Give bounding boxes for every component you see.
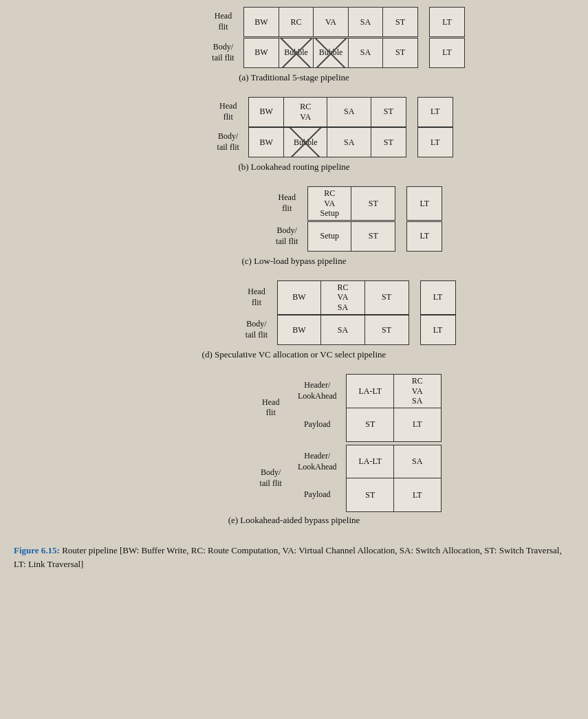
- e-body-sublabel1: Header/LookAhead: [291, 445, 346, 479]
- diagram-b: Headflit BW RCVA SA ST LT Body/tail flit…: [14, 97, 574, 175]
- cell-a-body-sa: SA: [348, 38, 384, 68]
- cell-b-body-sa: SA: [327, 127, 371, 157]
- cell-b-body-lt: LT: [417, 127, 453, 157]
- cell-e-body-sa: SA: [393, 445, 442, 479]
- body-label-b: Body/tail flit: [210, 131, 248, 153]
- cell-b-body-st: ST: [371, 127, 406, 157]
- caption-b: (b) Lookahead routing pipeline: [238, 162, 349, 173]
- cell-d-bw: BW: [277, 280, 322, 315]
- cell-e-rcvasa: RCVASA: [393, 374, 442, 408]
- cell-b-st: ST: [371, 97, 406, 127]
- diagram-a-body-row: Body/tail flit BW Bubble Bubble SA ST LT: [206, 38, 465, 68]
- head-label-c: Headflit: [270, 192, 307, 214]
- cell-a-body-lt: LT: [429, 38, 465, 68]
- head-label-b: Headflit: [210, 101, 248, 122]
- cell-d-lt: LT: [420, 280, 456, 315]
- body-label-a: Body/tail flit: [206, 42, 243, 63]
- cell-d-body-bw: BW: [277, 315, 322, 345]
- caption-c: (c) Low-load bypass pipeline: [242, 256, 347, 267]
- diagram-d: Headflit BW RCVASA ST LT Body/tail flit …: [14, 280, 574, 362]
- cell-d-body-lt: LT: [420, 315, 456, 345]
- cell-c-body-lt: LT: [406, 221, 442, 252]
- caption-e: (e) Lookahead-aided bypass pipeline: [228, 515, 360, 526]
- e-body-sublabel2: Payload: [291, 478, 346, 512]
- cell-a-body-bw: BW: [243, 38, 279, 68]
- figure-text: Router pipeline [BW: Buffer Write, RC: R…: [14, 545, 562, 569]
- diagram-a-head-row: Headflit BW RC VA SA ST LT: [206, 7, 465, 37]
- cell-c-body-st: ST: [351, 221, 395, 252]
- diagram-e: Headflit Header/LookAhead LA-LT RCVASA P…: [14, 374, 574, 527]
- cell-c-setup: Setup: [307, 221, 352, 252]
- cell-b-lt: LT: [417, 97, 453, 127]
- diagram-b-body-row: Body/tail flit BW Bubble SA ST LT: [210, 127, 453, 157]
- body-label-e: Body/tail flit: [253, 445, 291, 513]
- cell-d-body-sa: SA: [320, 315, 365, 345]
- cell-c-st: ST: [351, 186, 395, 221]
- cell-a-rc: RC: [279, 7, 314, 37]
- cell-a-bubble1: Bubble: [279, 38, 314, 68]
- cell-b-rcva: RCVA: [283, 97, 328, 127]
- diagram-c-body-row: Body/tail flit Setup ST LT: [270, 221, 443, 252]
- diagram-c-head-row: Headflit RCVASetup ST LT: [270, 186, 443, 221]
- diagram-d-head-row: Headflit BW RCVASA ST LT: [239, 280, 456, 315]
- e-head-sublabel2: Payload: [291, 408, 346, 442]
- body-label-c: Body/tail flit: [270, 225, 307, 247]
- cell-a-bw: BW: [243, 7, 279, 37]
- e-head-sublabel1: Header/LookAhead: [291, 374, 346, 408]
- cell-e-st: ST: [346, 408, 394, 442]
- head-label-d: Headflit: [239, 287, 277, 308]
- cell-b-bubble: Bubble: [283, 127, 328, 157]
- cell-e-body-st: ST: [346, 478, 394, 512]
- body-label-d: Body/tail flit: [239, 319, 277, 340]
- diagram-a: Headflit BW RC VA SA ST LT Body/tail fli…: [14, 7, 574, 85]
- caption-d: (d) Speculative VC allocation or VC sele…: [202, 349, 386, 360]
- cell-a-sa: SA: [348, 7, 384, 37]
- cell-d-body-st: ST: [364, 315, 409, 345]
- head-label-a: Headflit: [206, 11, 243, 32]
- cell-a-st: ST: [382, 7, 418, 37]
- cell-d-rcvasa: RCVASA: [320, 280, 365, 315]
- diagram-d-body-row: Body/tail flit BW SA ST LT: [239, 315, 456, 345]
- diagram-b-head-row: Headflit BW RCVA SA ST LT: [210, 97, 453, 127]
- head-label-e: Headflit: [253, 374, 291, 442]
- cell-b-bw: BW: [248, 97, 284, 127]
- cell-e-body-lalt: LA-LT: [346, 445, 394, 479]
- cell-a-lt: LT: [429, 7, 465, 37]
- cell-c-lt: LT: [406, 186, 442, 221]
- caption-a: (a) Traditional 5-stage pipeline: [239, 72, 349, 83]
- cell-a-bubble2: Bubble: [313, 38, 349, 68]
- cell-c-rcva: RCVASetup: [307, 186, 352, 221]
- figure-label: Figure 6.15:: [14, 545, 60, 555]
- figure-caption: Figure 6.15: Router pipeline [BW: Buffer…: [14, 540, 574, 571]
- cell-a-va: VA: [313, 7, 349, 37]
- diagram-c: Headflit RCVASetup ST LT Body/tail flit …: [14, 186, 574, 268]
- cell-e-lalt: LA-LT: [346, 374, 394, 408]
- cell-e-body-lt: LT: [393, 478, 442, 512]
- cell-e-lt: LT: [393, 408, 442, 442]
- cell-a-body-st: ST: [382, 38, 418, 68]
- cell-b-sa: SA: [327, 97, 371, 127]
- cell-b-body-bw: BW: [248, 127, 284, 157]
- cell-d-st: ST: [364, 280, 409, 315]
